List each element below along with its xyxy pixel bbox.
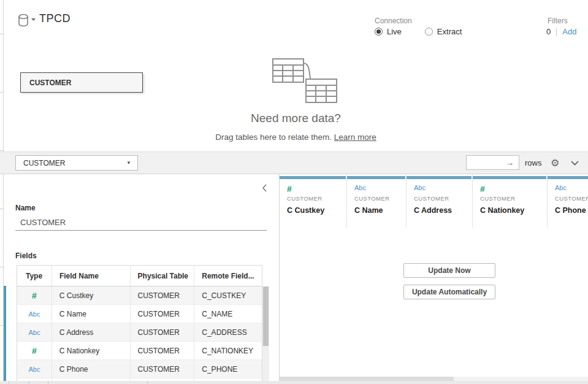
grid-col-table: CUSTOMER: [414, 195, 472, 202]
radio-extract-label: Extract: [437, 27, 462, 36]
grid-col-c-address[interactable]: Abc CUSTOMER C Address: [407, 174, 473, 228]
header-bar: TPCD Connection Live Extract Filters 0 A…: [4, 0, 588, 54]
fields-row-c-phone[interactable]: Abc C Phone CUSTOMER C_PHONE: [17, 360, 262, 378]
grid-col-c-name[interactable]: Abc CUSTOMER C Name: [347, 174, 407, 228]
number-type-icon: #: [287, 184, 346, 193]
field-name-cell: C Address: [52, 323, 131, 341]
dropdown-caret-icon: ▼: [126, 160, 131, 166]
update-automatically-button[interactable]: Update Automatically: [403, 285, 495, 299]
collapsed-left-pane[interactable]: [0, 0, 4, 384]
string-type-icon: Abc: [28, 310, 40, 318]
fields-table: Type Field Name Physical Table Remote Fi…: [17, 265, 262, 382]
string-type-icon: Abc: [28, 366, 40, 373]
column-accent-bar: [280, 176, 346, 179]
fields-row-c-custkey[interactable]: # C Custkey CUSTOMER C_CUSTKEY: [17, 286, 262, 305]
field-detail-panel: Name CUSTOMER Fields Type Field Name Phy…: [4, 174, 279, 384]
apply-rows-arrow-icon[interactable]: →: [506, 158, 519, 167]
rows-label: rows: [525, 158, 541, 167]
fields-selection-accent: [4, 286, 6, 382]
drag-tables-text: Drag tables here to relate them.: [215, 132, 332, 142]
bottom-tick: [147, 381, 148, 384]
strip-divider: [0, 34, 4, 34]
physical-table-cell: CUSTOMER: [131, 342, 195, 359]
physical-table-cell: CUSTOMER: [131, 360, 195, 378]
grid-col-name: C Address: [414, 206, 472, 215]
fields-label: Fields: [15, 252, 37, 260]
string-type-icon: Abc: [28, 329, 40, 336]
filters-label: Filters: [548, 17, 568, 25]
strip-divider: [0, 209, 4, 209]
grid-col-table: CUSTOMER: [555, 195, 588, 202]
gear-icon[interactable]: ⚙: [551, 157, 559, 169]
radio-live-circle: [375, 28, 383, 36]
rows-count-input[interactable]: →: [466, 155, 519, 170]
physical-table-cell: CUSTOMER: [131, 286, 195, 304]
fields-row-c-name[interactable]: Abc C Name CUSTOMER C_NAME: [17, 305, 262, 323]
fields-scrollbar-thumb[interactable]: [263, 286, 269, 346]
field-name-cell: C Nationkey: [52, 342, 131, 359]
column-accent-bar: [347, 176, 405, 179]
radio-live-label: Live: [387, 27, 402, 36]
update-now-button[interactable]: Update Now: [403, 263, 495, 278]
name-label: Name: [15, 204, 36, 212]
name-input[interactable]: CUSTOMER: [15, 215, 267, 231]
grid-col-c-phone[interactable]: Abc CUSTOMER C Phone: [548, 174, 588, 228]
col-header-type[interactable]: Type: [17, 266, 52, 286]
learn-more-link[interactable]: Learn more: [334, 132, 376, 142]
strip-divider: [0, 92, 4, 93]
grid-col-c-custkey[interactable]: # CUSTOMER C Custkey: [280, 174, 347, 228]
remote-field-cell: C_PHONE: [194, 360, 262, 378]
window-bottom-edge: [0, 381, 588, 384]
grid-horizontal-scrollbar[interactable]: [280, 377, 588, 381]
relationship-canvas: CUSTOMER Ne: [4, 54, 588, 152]
grid-col-c-nationkey[interactable]: # CUSTOMER C Nationkey: [473, 174, 548, 228]
strip-divider: [0, 150, 4, 151]
remote-field-cell: C_NATIONKEY: [194, 342, 262, 359]
radio-extract[interactable]: Extract: [425, 27, 462, 36]
fields-table-header: Type Field Name Physical Table Remote Fi…: [17, 266, 262, 286]
need-more-data-title: Need more data?: [4, 112, 588, 125]
grid-scrollbar-thumb[interactable]: [280, 377, 454, 381]
remote-field-cell: C_NAME: [194, 305, 262, 323]
connection-options: Live Extract: [375, 27, 462, 36]
number-type-icon: #: [32, 346, 37, 356]
filters-add-link[interactable]: Add: [562, 27, 576, 36]
field-name-cell: C Custkey: [52, 286, 131, 304]
datasource-title[interactable]: TPCD: [39, 12, 71, 25]
table-select-value: CUSTOMER: [23, 159, 65, 167]
col-header-physical-table[interactable]: Physical Table: [131, 266, 195, 286]
grid-col-table: CUSTOMER: [287, 195, 346, 202]
number-type-icon: #: [32, 291, 37, 301]
column-accent-bar: [548, 176, 588, 179]
col-header-remote-field[interactable]: Remote Field...: [194, 266, 262, 286]
panel-divider[interactable]: [279, 174, 280, 384]
canvas-table-customer[interactable]: CUSTOMER: [20, 72, 143, 93]
database-icon[interactable]: [17, 13, 38, 27]
fields-scrollbar[interactable]: [262, 286, 269, 381]
data-preview-grid: # CUSTOMER C Custkey Abc CUSTOMER C Name…: [280, 174, 588, 384]
strip-divider: [0, 325, 4, 326]
grid-col-table: CUSTOMER: [354, 195, 406, 202]
grid-col-name: C Name: [354, 206, 406, 215]
grid-col-name: C Custkey: [287, 206, 346, 215]
physical-table-cell: CUSTOMER: [131, 305, 195, 323]
number-type-icon: #: [480, 184, 547, 193]
collapse-panel-icon[interactable]: [262, 184, 267, 192]
type-cell: Abc: [17, 323, 52, 341]
physical-table-cell: CUSTOMER: [131, 323, 195, 341]
fields-row-c-address[interactable]: Abc C Address CUSTOMER C_ADDRESS: [17, 323, 262, 342]
filters-row: 0 Add: [546, 27, 576, 36]
connection-label: Connection: [375, 17, 412, 25]
field-name-cell: C Name: [52, 305, 131, 323]
filters-count: 0: [546, 27, 551, 36]
grid-col-name: C Phone: [555, 206, 588, 215]
fields-row-c-nationkey[interactable]: # C Nationkey CUSTOMER C_NATIONKEY: [17, 342, 262, 360]
tables-illustration-icon: [266, 57, 340, 105]
radio-live[interactable]: Live: [375, 27, 402, 36]
table-select-dropdown[interactable]: CUSTOMER ▼: [15, 155, 138, 171]
radio-extract-circle: [425, 28, 433, 36]
chevron-down-icon[interactable]: [571, 160, 579, 166]
remote-field-cell: C_CUSTKEY: [194, 286, 262, 304]
col-header-field-name[interactable]: Field Name: [52, 266, 131, 286]
string-type-icon: Abc: [555, 184, 588, 193]
